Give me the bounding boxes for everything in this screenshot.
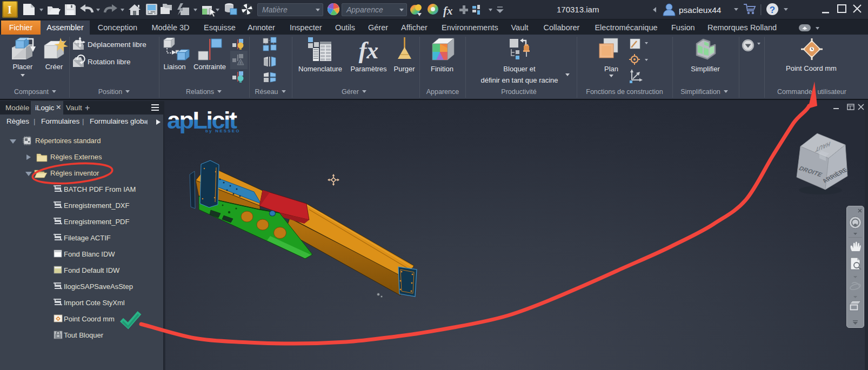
- svg-text:fx: fx: [359, 37, 379, 64]
- svg-text:fx: fx: [443, 4, 453, 17]
- svg-text:by NESSEO: by NESSEO: [205, 129, 241, 133]
- svg-text:!: !: [240, 60, 241, 65]
- svg-text:psacleux44: psacleux44: [679, 5, 722, 15]
- svg-text:I: I: [8, 4, 12, 16]
- svg-text:?: ?: [770, 5, 775, 15]
